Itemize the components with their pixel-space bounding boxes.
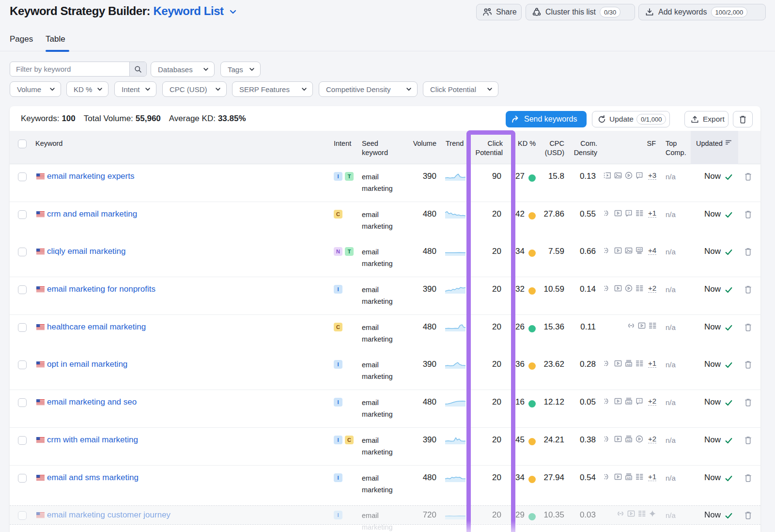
- svg-text:?: ?: [638, 399, 641, 403]
- svg-text:AD: AD: [626, 438, 631, 442]
- svg-text:?: ?: [628, 211, 630, 215]
- svg-text:?: ?: [638, 173, 641, 177]
- svg-text:AD: AD: [626, 363, 631, 366]
- svg-text:AD: AD: [626, 476, 631, 480]
- svg-text:AD: AD: [637, 248, 641, 251]
- svg-text:AD: AD: [626, 401, 631, 404]
